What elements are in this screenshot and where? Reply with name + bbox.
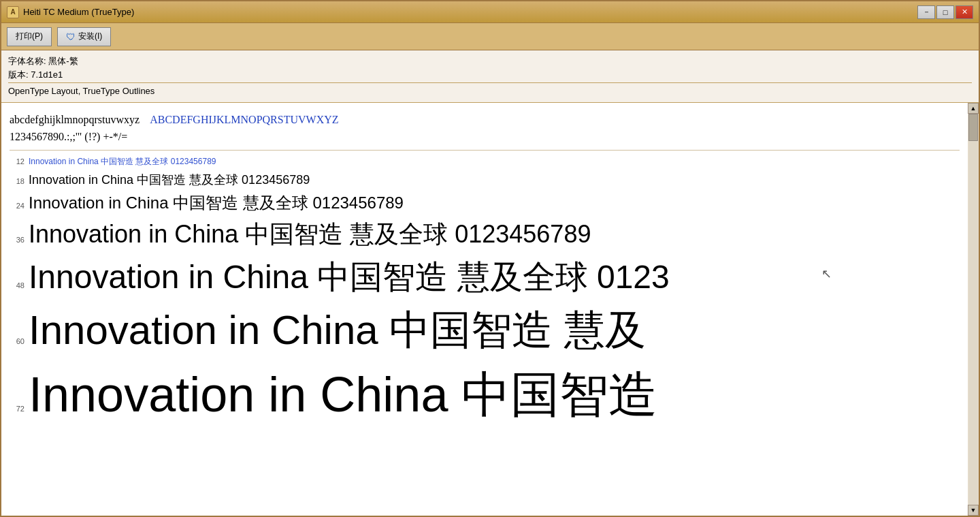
scroll-up-button[interactable]: ▲	[968, 103, 979, 114]
size-label-24: 24	[10, 202, 29, 210]
scroll-track	[968, 114, 978, 505]
print-button[interactable]: 打印(P)	[7, 27, 52, 46]
size-label-18: 18	[10, 177, 29, 185]
version-row: 版本: 7.1d1e1	[8, 68, 972, 82]
preview-text-48: Innovation in China 中国智造 慧及全球 0123	[29, 255, 670, 299]
font-name-row: 字体名称: 黑体-繁	[8, 54, 972, 68]
main-window: A Heiti TC Medium (TrueType) － □ ✕ 打印(P)…	[0, 0, 980, 517]
install-label: 安装(I)	[78, 31, 102, 42]
size-label-60: 60	[10, 337, 29, 345]
app-icon: A	[7, 6, 19, 18]
preview-text-36: Innovation in China 中国智造 慧及全球 0123456789	[29, 218, 591, 251]
features-row: OpenType Layout, TrueType Outlines	[8, 84, 972, 98]
title-bar-left: A Heiti TC Medium (TrueType)	[7, 6, 134, 18]
font-preview-area[interactable]: abcdefghijklmnopqrstuvwxyz ABCDEFGHIJKLM…	[1, 103, 968, 516]
size-label-12: 12	[10, 157, 29, 166]
size-label-36: 36	[10, 236, 29, 244]
install-button[interactable]: 🛡 安装(I)	[57, 27, 111, 46]
shield-icon: 🛡	[66, 31, 76, 42]
preview-rows: 12 Innovation in China 中国智造 慧及全球 0123456…	[10, 151, 960, 433]
main-content: abcdefghijklmnopqrstuvwxyz ABCDEFGHIJKLM…	[1, 103, 979, 516]
preview-text-18: Innovation in China 中国智造 慧及全球 0123456789	[29, 172, 310, 188]
preview-text-60: Innovation in China 中国智造 慧及	[29, 303, 646, 358]
toolbar: 打印(P) 🛡 安装(I)	[1, 23, 979, 50]
preview-row-48: 48 Innovation in China 中国智造 慧及全球 0123	[10, 254, 960, 300]
minimize-button[interactable]: －	[917, 5, 935, 19]
preview-text-12: Innovation in China 中国智造 慧及全球 0123456789	[29, 156, 216, 168]
scrollbar[interactable]: ▲ ▼	[968, 103, 979, 516]
preview-text-72: Innovation in China 中国智造	[29, 362, 657, 428]
title-bar-controls: － □ ✕	[917, 5, 973, 19]
preview-row-18: 18 Innovation in China 中国智造 慧及全球 0123456…	[10, 170, 960, 189]
lowercase-text: abcdefghijklmnopqrstuvwxyz	[10, 114, 140, 125]
alphabet-lowercase-uppercase: abcdefghijklmnopqrstuvwxyz ABCDEFGHIJKLM…	[10, 111, 960, 129]
alphabet-section: abcdefghijklmnopqrstuvwxyz ABCDEFGHIJKLM…	[10, 108, 960, 151]
size-label-48: 48	[10, 281, 29, 289]
preview-row-72: 72 Innovation in China 中国智造	[10, 361, 960, 429]
preview-text-24: Innovation in China 中国智造 慧及全球 0123456789	[29, 192, 404, 214]
size-label-72: 72	[10, 405, 29, 413]
scroll-thumb[interactable]	[968, 114, 978, 141]
scroll-down-button[interactable]: ▼	[968, 505, 979, 516]
title-bar: A Heiti TC Medium (TrueType) － □ ✕	[1, 1, 979, 23]
cursor-indicator: ↖	[821, 266, 832, 281]
preview-row-24: 24 Innovation in China 中国智造 慧及全球 0123456…	[10, 191, 960, 215]
print-label: 打印(P)	[16, 31, 43, 42]
preview-row-60: 60 Innovation in China 中国智造 慧及	[10, 302, 960, 360]
info-separator	[8, 82, 972, 83]
window-title: Heiti TC Medium (TrueType)	[23, 7, 134, 17]
preview-row-12: 12 Innovation in China 中国智造 慧及全球 0123456…	[10, 155, 960, 169]
info-panel: 字体名称: 黑体-繁 版本: 7.1d1e1 OpenType Layout, …	[1, 50, 979, 103]
restore-button[interactable]: □	[936, 5, 954, 19]
uppercase-text: ABCDEFGHIJKLMNOPQRSTUVWXYZ	[150, 114, 338, 125]
numbers-symbols: 1234567890.:,;'" (!?) +-*/=	[10, 128, 960, 146]
preview-row-36: 36 Innovation in China 中国智造 慧及全球 0123456…	[10, 217, 960, 253]
close-button[interactable]: ✕	[956, 5, 973, 19]
